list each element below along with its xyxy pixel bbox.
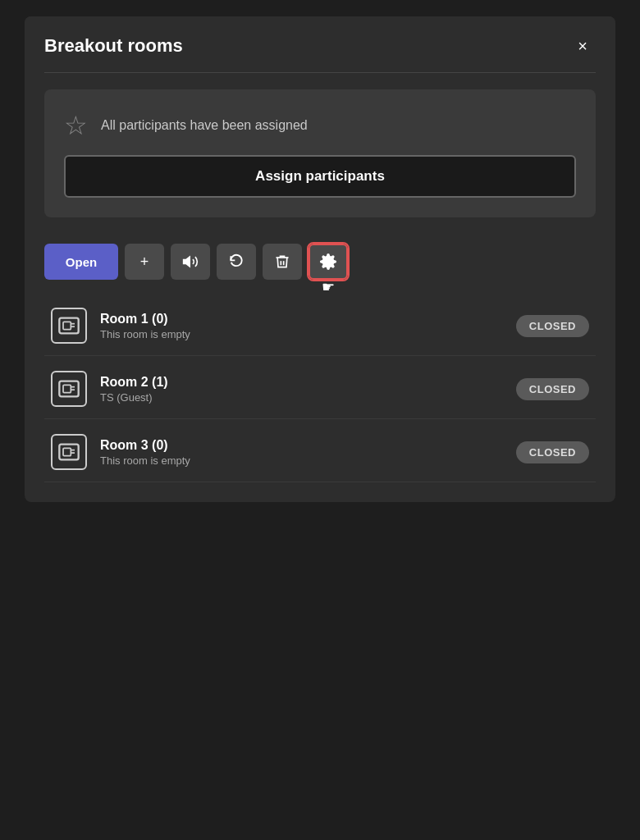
info-box: ☆ All participants have been assigned As… xyxy=(44,89,596,217)
breakout-rooms-panel: Breakout rooms × ☆ All participants have… xyxy=(25,16,615,502)
star-icon: ☆ xyxy=(64,112,88,139)
svg-rect-5 xyxy=(59,381,78,397)
info-row: ☆ All participants have been assigned xyxy=(64,112,576,139)
add-room-button[interactable]: + xyxy=(125,244,164,280)
broadcast-icon xyxy=(182,253,199,270)
room-sub: TS (Guest) xyxy=(100,391,503,404)
rooms-list: Room 1 (0) This room is empty CLOSED Roo… xyxy=(25,290,615,502)
open-button[interactable]: Open xyxy=(44,244,118,280)
room-icon xyxy=(51,308,87,344)
room-item[interactable]: Room 2 (1) TS (Guest) CLOSED xyxy=(44,359,596,419)
svg-rect-10 xyxy=(63,448,71,455)
room-sub: This room is empty xyxy=(100,454,503,467)
closed-badge: CLOSED xyxy=(516,441,589,463)
room-name: Room 2 (1) xyxy=(100,375,503,390)
info-message: All participants have been assigned xyxy=(101,118,308,133)
gear-icon xyxy=(319,253,337,271)
broadcast-button[interactable] xyxy=(171,244,210,280)
room-name: Room 1 (0) xyxy=(100,312,503,326)
assign-participants-button[interactable]: Assign participants xyxy=(64,155,576,198)
room-svg-icon xyxy=(57,314,80,337)
delete-button[interactable] xyxy=(263,244,302,280)
room-info: Room 3 (0) This room is empty xyxy=(100,438,503,467)
room-item[interactable]: Room 3 (0) This room is empty CLOSED xyxy=(44,422,596,482)
header-divider xyxy=(44,72,596,73)
room-name: Room 3 (0) xyxy=(100,438,503,453)
refresh-icon xyxy=(228,253,245,270)
svg-rect-2 xyxy=(63,322,71,329)
room-item[interactable]: Room 1 (0) This room is empty CLOSED xyxy=(44,296,596,356)
room-svg-icon xyxy=(57,377,80,400)
svg-rect-9 xyxy=(59,445,78,460)
plus-icon: + xyxy=(140,253,149,271)
panel-title: Breakout rooms xyxy=(44,35,183,57)
panel-header: Breakout rooms × xyxy=(25,16,615,72)
room-info: Room 2 (1) TS (Guest) xyxy=(100,375,503,404)
room-svg-icon xyxy=(57,441,80,463)
toolbar: Open + xyxy=(25,234,615,290)
svg-marker-0 xyxy=(184,257,190,267)
close-button[interactable]: × xyxy=(569,33,596,59)
settings-button[interactable] xyxy=(309,244,348,280)
room-sub: This room is empty xyxy=(100,328,503,340)
closed-badge: CLOSED xyxy=(516,378,589,400)
svg-rect-1 xyxy=(59,318,78,334)
svg-rect-6 xyxy=(63,385,71,392)
trash-icon xyxy=(274,253,290,270)
refresh-button[interactable] xyxy=(217,244,256,280)
room-info: Room 1 (0) This room is empty xyxy=(100,312,503,340)
closed-badge: CLOSED xyxy=(516,315,589,337)
room-icon xyxy=(51,434,87,470)
room-icon xyxy=(51,371,87,407)
